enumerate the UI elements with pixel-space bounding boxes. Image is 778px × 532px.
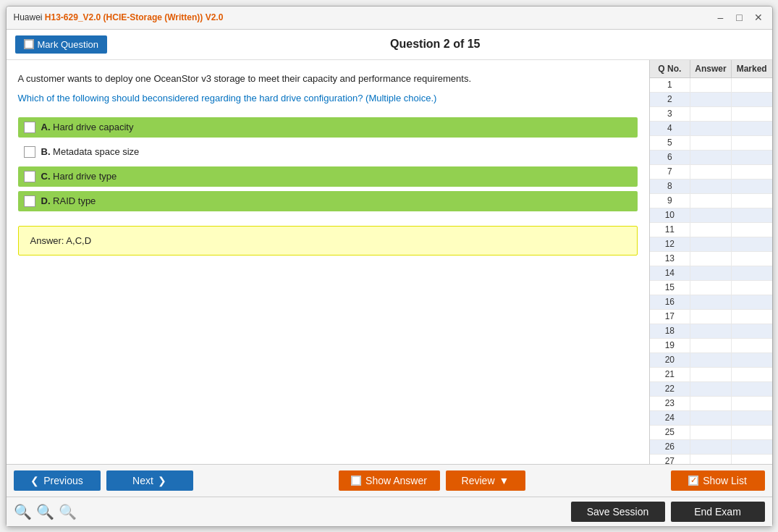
question-text: A customer wants to deploy one OceanStor…: [18, 72, 638, 86]
sidebar-cell-answer: [690, 223, 732, 237]
option-a-checkbox[interactable]: [24, 122, 35, 133]
main-content: A customer wants to deploy one OceanStor…: [7, 60, 772, 464]
minimize-button[interactable]: –: [714, 11, 727, 24]
sidebar-cell-answer: [690, 107, 732, 121]
sidebar-row[interactable]: 12: [650, 237, 772, 252]
close-button[interactable]: ✕: [752, 11, 765, 24]
previous-button[interactable]: Previous: [14, 470, 101, 491]
show-answer-button[interactable]: Show Answer: [339, 470, 440, 491]
save-session-button[interactable]: Save Session: [571, 502, 665, 522]
sidebar-row[interactable]: 23: [650, 397, 772, 411]
sidebar-rows: 1 2 3 4 5 6 7 8: [650, 78, 772, 464]
sidebar-cell-qno: 15: [650, 281, 691, 295]
sidebar-cell-answer: [690, 122, 732, 135]
sidebar-cell-marked: [732, 78, 772, 92]
sidebar-cell-marked: [732, 136, 772, 150]
sidebar-cell-marked: [732, 324, 772, 338]
option-d-checkbox[interactable]: [24, 195, 35, 207]
sidebar-row[interactable]: 21: [650, 368, 772, 382]
sidebar-row[interactable]: 1: [650, 78, 772, 93]
sidebar-cell-qno: 25: [650, 426, 691, 439]
next-label: Next: [132, 475, 153, 486]
sidebar-row[interactable]: 16: [650, 295, 772, 310]
sidebar-cell-qno: 14: [650, 266, 691, 280]
question-title: Question 2 of 15: [107, 38, 763, 51]
sidebar-cell-qno: 9: [650, 194, 691, 208]
sidebar-cell-qno: 21: [650, 368, 691, 381]
sidebar-header-answer: Answer: [690, 60, 732, 77]
sidebar-row[interactable]: 20: [650, 353, 772, 368]
sidebar-row[interactable]: 27: [650, 455, 772, 464]
show-answer-checkbox-icon: [351, 476, 361, 486]
main-window: Huawei H13-629_V2.0 (HCIE-Storage (Writt…: [6, 6, 773, 527]
sidebar-cell-marked: [732, 310, 772, 324]
show-list-button[interactable]: Show List: [671, 470, 765, 491]
sidebar-row[interactable]: 22: [650, 382, 772, 397]
option-b[interactable]: B. Metadata space size: [18, 142, 638, 162]
footer-right: Show List: [671, 470, 765, 491]
option-c[interactable]: C. Hard drive type: [18, 166, 638, 187]
answer-box: Answer: A,C,D: [18, 226, 638, 256]
sidebar-row[interactable]: 13: [650, 252, 772, 266]
sidebar-cell-qno: 22: [650, 382, 691, 396]
window-controls: – □ ✕: [714, 11, 765, 24]
sidebar-row[interactable]: 4: [650, 122, 772, 136]
next-icon: [158, 475, 166, 486]
sidebar-cell-marked: [732, 223, 772, 237]
footer-buttons: Previous Next Show Answer Review ▼ Show …: [7, 464, 772, 497]
sidebar-cell-marked: [732, 382, 772, 396]
option-a[interactable]: A. Hard drive capacity: [18, 117, 638, 138]
sidebar-cell-qno: 2: [650, 93, 691, 106]
mark-question-button[interactable]: Mark Question: [15, 35, 108, 54]
option-c-checkbox[interactable]: [24, 171, 35, 182]
zoom-in-button[interactable]: 🔍: [14, 504, 32, 519]
sidebar-row[interactable]: 6: [650, 151, 772, 165]
sidebar-cell-qno: 11: [650, 223, 691, 237]
sidebar-row[interactable]: 19: [650, 339, 772, 353]
sidebar-cell-answer: [690, 397, 732, 410]
sidebar-row[interactable]: 3: [650, 107, 772, 122]
sidebar-row[interactable]: 7: [650, 165, 772, 180]
zoom-out-button[interactable]: 🔍: [59, 504, 77, 519]
toolbar: Mark Question Question 2 of 15: [7, 30, 772, 60]
sidebar-row[interactable]: 25: [650, 426, 772, 440]
next-button[interactable]: Next: [106, 470, 193, 491]
sidebar-cell-answer: [690, 180, 732, 193]
sidebar-row[interactable]: 17: [650, 310, 772, 324]
sidebar-cell-answer: [690, 78, 732, 92]
sidebar-row[interactable]: 15: [650, 281, 772, 295]
mark-question-label: Mark Question: [38, 39, 99, 50]
option-d[interactable]: D. RAID type: [18, 191, 638, 211]
sidebar-cell-qno: 4: [650, 122, 691, 135]
sidebar-cell-answer: [690, 353, 732, 367]
sidebar-cell-marked: [732, 266, 772, 280]
maximize-button[interactable]: □: [733, 11, 746, 24]
end-exam-button[interactable]: End Exam: [671, 502, 765, 522]
sidebar-cell-marked: [732, 122, 772, 135]
sidebar-cell-answer: [690, 440, 732, 454]
sidebar-row[interactable]: 2: [650, 93, 772, 107]
footer-left: Previous Next: [14, 470, 193, 491]
sidebar-row[interactable]: 9: [650, 194, 772, 208]
sidebar-cell-marked: [732, 353, 772, 367]
zoom-normal-button[interactable]: 🔍: [36, 504, 54, 519]
sidebar-cell-answer: [690, 165, 732, 179]
sidebar-row[interactable]: 26: [650, 440, 772, 455]
sidebar-row[interactable]: 14: [650, 266, 772, 281]
sidebar-row[interactable]: 18: [650, 324, 772, 339]
question-subtext: Which of the following should beconsider…: [18, 91, 638, 106]
option-b-checkbox[interactable]: [24, 146, 35, 158]
option-a-label: A. Hard drive capacity: [41, 122, 134, 132]
sidebar-cell-qno: 27: [650, 455, 691, 464]
sidebar-row[interactable]: 11: [650, 223, 772, 237]
review-button[interactable]: Review ▼: [446, 470, 525, 491]
sidebar-row[interactable]: 5: [650, 136, 772, 151]
sidebar-cell-marked: [732, 151, 772, 164]
sidebar-row[interactable]: 10: [650, 208, 772, 223]
sidebar-row[interactable]: 24: [650, 411, 772, 426]
question-area: A customer wants to deploy one OceanStor…: [7, 60, 649, 464]
zoom-controls: 🔍 🔍 🔍: [14, 504, 77, 519]
sidebar-row[interactable]: 8: [650, 180, 772, 194]
option-d-label: D. RAID type: [41, 195, 96, 206]
sidebar-cell-qno: 18: [650, 324, 691, 338]
